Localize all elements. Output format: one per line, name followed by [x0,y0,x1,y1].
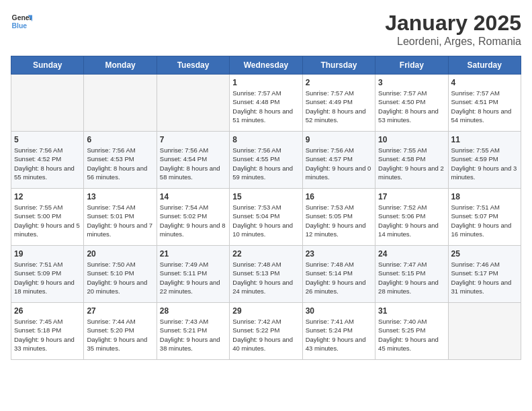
calendar-cell: 18Sunrise: 7:51 AM Sunset: 5:07 PM Dayli… [448,189,521,246]
day-info: Sunrise: 7:48 AM Sunset: 5:13 PM Dayligh… [232,260,299,295]
day-number: 29 [232,306,299,316]
calendar-week-row: 26Sunrise: 7:45 AM Sunset: 5:18 PM Dayli… [11,303,521,360]
calendar-header: SundayMondayTuesdayWednesdayThursdayFrid… [11,56,521,75]
day-info: Sunrise: 7:57 AM Sunset: 4:50 PM Dayligh… [378,89,445,124]
day-info: Sunrise: 7:54 AM Sunset: 5:01 PM Dayligh… [87,203,153,238]
calendar-cell: 11Sunrise: 7:55 AM Sunset: 4:59 PM Dayli… [448,132,521,189]
day-info: Sunrise: 7:48 AM Sunset: 5:14 PM Dayligh… [306,260,372,295]
day-info: Sunrise: 7:52 AM Sunset: 5:06 PM Dayligh… [378,203,445,238]
day-info: Sunrise: 7:56 AM Sunset: 4:53 PM Dayligh… [87,146,153,181]
calendar-cell: 24Sunrise: 7:47 AM Sunset: 5:15 PM Dayli… [375,246,448,303]
day-number: 15 [232,192,299,201]
day-number: 25 [451,249,518,259]
day-number: 21 [160,249,226,259]
calendar-week-row: 1Sunrise: 7:57 AM Sunset: 4:48 PM Daylig… [11,75,521,132]
day-number: 4 [451,78,518,87]
calendar-cell: 19Sunrise: 7:51 AM Sunset: 5:09 PM Dayli… [11,246,84,303]
calendar-cell: 25Sunrise: 7:46 AM Sunset: 5:17 PM Dayli… [448,246,521,303]
calendar-cell: 22Sunrise: 7:48 AM Sunset: 5:13 PM Dayli… [230,246,302,303]
day-info: Sunrise: 7:42 AM Sunset: 5:22 PM Dayligh… [232,317,299,353]
day-info: Sunrise: 7:46 AM Sunset: 5:17 PM Dayligh… [451,260,518,295]
day-number: 18 [451,192,518,201]
day-info: Sunrise: 7:51 AM Sunset: 5:09 PM Dayligh… [14,260,81,295]
calendar-week-row: 19Sunrise: 7:51 AM Sunset: 5:09 PM Dayli… [11,246,521,303]
day-number: 14 [160,192,226,201]
svg-text:Blue: Blue [12,22,28,30]
calendar-cell: 29Sunrise: 7:42 AM Sunset: 5:22 PM Dayli… [230,303,302,360]
day-number: 7 [160,135,226,144]
calendar-cell: 1Sunrise: 7:57 AM Sunset: 4:48 PM Daylig… [230,75,302,132]
day-info: Sunrise: 7:49 AM Sunset: 5:11 PM Dayligh… [160,260,226,295]
calendar-week-row: 12Sunrise: 7:55 AM Sunset: 5:00 PM Dayli… [11,189,521,246]
calendar-cell: 27Sunrise: 7:44 AM Sunset: 5:20 PM Dayli… [84,303,157,360]
day-number: 1 [232,78,299,87]
day-number: 31 [378,306,445,316]
day-info: Sunrise: 7:41 AM Sunset: 5:24 PM Dayligh… [306,317,372,353]
day-info: Sunrise: 7:56 AM Sunset: 4:54 PM Dayligh… [160,146,226,181]
page-header: General Blue January 2025 Leordeni, Arge… [11,11,521,48]
weekday-header-friday: Friday [375,56,448,75]
day-info: Sunrise: 7:47 AM Sunset: 5:15 PM Dayligh… [378,260,445,295]
day-number: 20 [87,249,153,259]
day-number: 10 [378,135,445,144]
calendar-cell [157,75,229,132]
calendar-cell: 26Sunrise: 7:45 AM Sunset: 5:18 PM Dayli… [11,303,84,360]
calendar-cell: 13Sunrise: 7:54 AM Sunset: 5:01 PM Dayli… [84,189,157,246]
calendar-cell: 6Sunrise: 7:56 AM Sunset: 4:53 PM Daylig… [84,132,157,189]
calendar-cell: 30Sunrise: 7:41 AM Sunset: 5:24 PM Dayli… [302,303,375,360]
calendar-cell: 5Sunrise: 7:56 AM Sunset: 4:52 PM Daylig… [11,132,84,189]
calendar-cell: 9Sunrise: 7:56 AM Sunset: 4:57 PM Daylig… [302,132,375,189]
calendar-title: January 2025 [385,11,521,36]
day-info: Sunrise: 7:55 AM Sunset: 4:59 PM Dayligh… [451,146,518,181]
day-info: Sunrise: 7:51 AM Sunset: 5:07 PM Dayligh… [451,203,518,238]
calendar-cell: 8Sunrise: 7:56 AM Sunset: 4:55 PM Daylig… [230,132,302,189]
calendar-cell: 15Sunrise: 7:53 AM Sunset: 5:04 PM Dayli… [230,189,302,246]
day-number: 2 [306,78,372,87]
day-info: Sunrise: 7:56 AM Sunset: 4:55 PM Dayligh… [232,146,299,181]
day-number: 28 [160,306,226,316]
calendar-cell: 16Sunrise: 7:53 AM Sunset: 5:05 PM Dayli… [302,189,375,246]
day-info: Sunrise: 7:55 AM Sunset: 5:00 PM Dayligh… [14,203,81,238]
weekday-header-thursday: Thursday [302,56,375,75]
day-info: Sunrise: 7:44 AM Sunset: 5:20 PM Dayligh… [87,317,153,353]
weekday-header-saturday: Saturday [448,56,521,75]
weekday-header-monday: Monday [84,56,157,75]
calendar-cell: 17Sunrise: 7:52 AM Sunset: 5:06 PM Dayli… [375,189,448,246]
calendar-body: 1Sunrise: 7:57 AM Sunset: 4:48 PM Daylig… [11,75,521,360]
day-number: 22 [232,249,299,259]
day-info: Sunrise: 7:43 AM Sunset: 5:21 PM Dayligh… [160,317,226,353]
day-info: Sunrise: 7:54 AM Sunset: 5:02 PM Dayligh… [160,203,226,238]
logo-icon: General Blue [11,11,32,32]
day-info: Sunrise: 7:57 AM Sunset: 4:51 PM Dayligh… [451,89,518,124]
logo: General Blue [11,11,32,32]
calendar-cell: 3Sunrise: 7:57 AM Sunset: 4:50 PM Daylig… [375,75,448,132]
calendar-cell: 4Sunrise: 7:57 AM Sunset: 4:51 PM Daylig… [448,75,521,132]
calendar-subtitle: Leordeni, Arges, Romania [385,36,521,48]
day-info: Sunrise: 7:45 AM Sunset: 5:18 PM Dayligh… [14,317,81,353]
day-number: 16 [306,192,372,201]
day-number: 19 [14,249,81,259]
calendar-cell: 10Sunrise: 7:55 AM Sunset: 4:58 PM Dayli… [375,132,448,189]
day-number: 6 [87,135,153,144]
day-info: Sunrise: 7:53 AM Sunset: 5:04 PM Dayligh… [232,203,299,238]
day-number: 13 [87,192,153,201]
day-info: Sunrise: 7:57 AM Sunset: 4:48 PM Dayligh… [232,89,299,124]
day-number: 24 [378,249,445,259]
calendar-cell: 28Sunrise: 7:43 AM Sunset: 5:21 PM Dayli… [157,303,229,360]
day-info: Sunrise: 7:56 AM Sunset: 4:57 PM Dayligh… [306,146,372,181]
day-info: Sunrise: 7:40 AM Sunset: 5:25 PM Dayligh… [378,317,445,353]
day-info: Sunrise: 7:56 AM Sunset: 4:52 PM Dayligh… [14,146,81,181]
day-number: 5 [14,135,81,144]
day-number: 27 [87,306,153,316]
day-number: 26 [14,306,81,316]
day-info: Sunrise: 7:55 AM Sunset: 4:58 PM Dayligh… [378,146,445,181]
day-number: 8 [232,135,299,144]
calendar-cell [448,303,521,360]
title-block: January 2025 Leordeni, Arges, Romania [385,11,521,48]
weekday-header-wednesday: Wednesday [230,56,302,75]
weekday-header-row: SundayMondayTuesdayWednesdayThursdayFrid… [11,56,521,75]
day-number: 12 [14,192,81,201]
day-info: Sunrise: 7:57 AM Sunset: 4:49 PM Dayligh… [306,89,372,124]
calendar-cell: 20Sunrise: 7:50 AM Sunset: 5:10 PM Dayli… [84,246,157,303]
calendar-table: SundayMondayTuesdayWednesdayThursdayFrid… [11,56,521,360]
